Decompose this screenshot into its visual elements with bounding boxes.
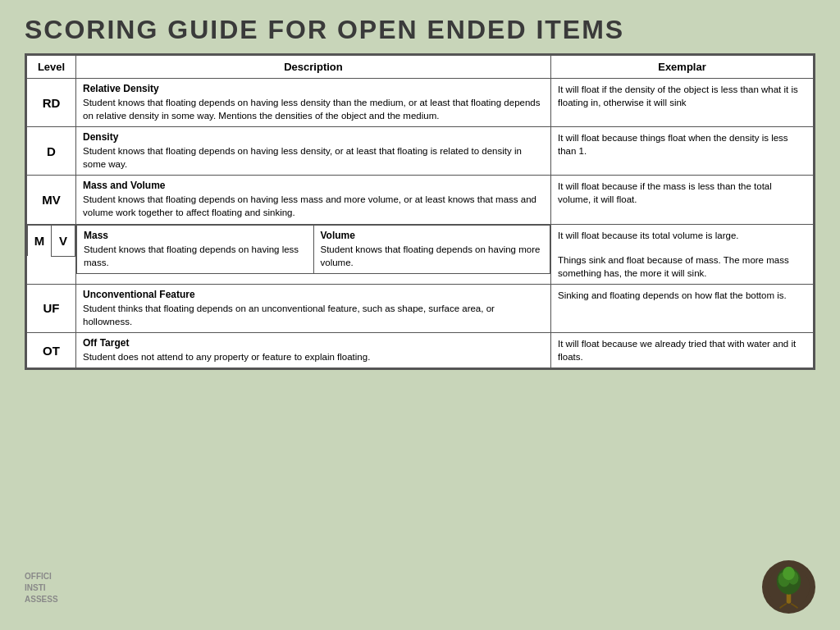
desc-title-mass: Mass xyxy=(84,230,307,241)
desc-title-mv: Mass and Volume xyxy=(83,180,544,191)
exemplar-text-d: It will float because things float when … xyxy=(558,131,806,158)
desc-mv: Mass and Volume Student knows that float… xyxy=(76,176,551,224)
level-d: D xyxy=(27,127,76,176)
desc-text-mv: Student knows that floating depends on h… xyxy=(83,193,544,219)
desc-text-uf: Student thinks that floating depends on … xyxy=(83,302,544,328)
exemplar-uf: Sinking and floating depends on how flat… xyxy=(551,284,814,332)
desc-d: Density Student knows that floating depe… xyxy=(76,127,551,176)
table-container: Level Description Exemplar RD Relative D… xyxy=(25,53,815,370)
watermark: OFFICI INSTI ASSESS xyxy=(25,571,58,605)
desc-text-volume: Student knows that floating depends on h… xyxy=(321,243,544,269)
desc-volume: Volume Student knows that floating depen… xyxy=(313,225,550,273)
svg-point-5 xyxy=(783,567,795,581)
table-row: UF Unconventional Feature Student thinks… xyxy=(27,284,814,332)
desc-title-volume: Volume xyxy=(321,230,544,241)
level-v: V xyxy=(52,225,75,256)
exemplar-text-mv: It will float because if the mass is les… xyxy=(558,180,806,206)
logo xyxy=(762,560,815,614)
desc-text-mass: Student knows that floating depends on h… xyxy=(84,243,307,269)
exemplar-text-float-volume: It will float because its total volume i… xyxy=(558,229,806,242)
desc-title-rd: Relative Density xyxy=(83,83,544,94)
desc-title-uf: Unconventional Feature xyxy=(83,289,544,300)
col-header-level: Level xyxy=(27,56,76,79)
desc-ot: Off Target Student does not attend to an… xyxy=(76,333,551,368)
level-uf: UF xyxy=(27,284,76,332)
desc-rd: Relative Density Student knows that floa… xyxy=(76,79,551,127)
desc-title-d: Density xyxy=(83,131,544,143)
exemplar-text-sink-mass: Things sink and float because of mass. T… xyxy=(558,253,806,280)
table-row: OT Off Target Student does not attend to… xyxy=(27,333,814,368)
table-row: D Density Student knows that floating de… xyxy=(27,127,814,176)
level-ot: OT xyxy=(27,333,76,368)
exemplar-text-ot: It will float because we already tried t… xyxy=(558,337,806,363)
page-title: SCORING GUIDE FOR OPEN ENDED ITEMS xyxy=(0,0,840,53)
exemplar-ot: It will float because we already tried t… xyxy=(551,333,814,368)
level-rd: RD xyxy=(27,79,76,127)
desc-text-d: Student knows that floating depends on h… xyxy=(83,144,544,171)
level-m: M xyxy=(28,225,52,256)
exemplar-text-rd: It will float if the density of the obje… xyxy=(558,83,806,109)
table-row-mv-split: M V Mass Student knows that floating dep… xyxy=(27,224,814,284)
exemplar-rd: It will float if the density of the obje… xyxy=(551,79,814,127)
desc-title-ot: Off Target xyxy=(83,337,544,349)
desc-text-rd: Student knows that floating depends on h… xyxy=(83,96,544,122)
table-row: MV Mass and Volume Student knows that fl… xyxy=(27,176,814,224)
table-row: RD Relative Density Student knows that f… xyxy=(27,79,814,127)
svg-rect-1 xyxy=(787,593,792,604)
exemplar-d: It will float because things float when … xyxy=(551,127,814,176)
desc-uf: Unconventional Feature Student thinks th… xyxy=(76,284,551,332)
desc-text-ot: Student does not attend to any property … xyxy=(83,350,544,363)
desc-mass: Mass Student knows that floating depends… xyxy=(77,225,314,273)
exemplar-mv-split: It will float because its total volume i… xyxy=(551,224,814,284)
col-header-description: Description xyxy=(76,56,551,79)
level-mv: MV xyxy=(27,176,76,224)
col-header-exemplar: Exemplar xyxy=(551,56,814,79)
exemplar-text-uf: Sinking and floating depends on how flat… xyxy=(558,289,806,302)
exemplar-mv: It will float because if the mass is les… xyxy=(551,176,814,224)
